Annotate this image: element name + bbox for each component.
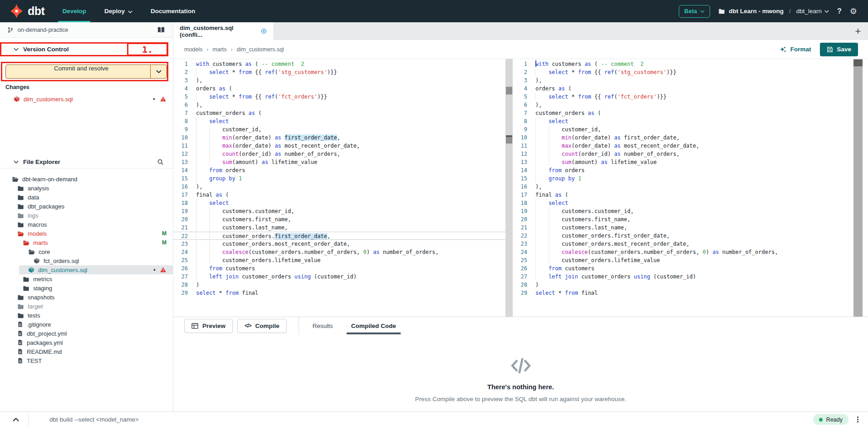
tree-item-snapshots[interactable]: snapshots [0,293,173,302]
code-line[interactable]: 28) [513,281,853,289]
code-line[interactable]: 11max(order_date) as most_recent_order_d… [513,142,853,150]
tree-item-data[interactable]: data [0,193,173,202]
commit-and-resolve-button[interactable]: Commit and resolve [5,65,167,79]
code-line[interactable]: 19customers.customer_id, [173,207,505,215]
new-tab-button[interactable]: + [848,22,868,40]
code-line[interactable]: 15group by 1 [173,174,505,183]
code-line[interactable]: 8select [513,117,853,125]
tree-item-dim-customers-sql[interactable]: dim_customers.sql• [19,265,173,274]
code-line[interactable]: 25customer_orders.lifetime_value [173,256,505,264]
code-line[interactable]: 6), [173,101,505,109]
code-line[interactable]: 26from customers [173,264,505,273]
code-line[interactable]: 3), [513,76,853,84]
project-dropdown[interactable]: dbt_learn [796,8,829,15]
code-line[interactable]: 6), [513,101,853,109]
preview-button[interactable]: Preview [184,319,233,333]
code-line[interactable]: 26from customers [513,264,853,273]
tree-item-packages-yml[interactable]: packages.yml [0,338,173,347]
nav-item-documentation[interactable]: Documentation [145,0,201,22]
scrollbar-thumb[interactable] [853,60,863,66]
code-line[interactable]: 11max(order_date) as most_recent_order_d… [173,142,505,150]
code-line[interactable]: 2select * from {{ ref('stg_customers')}} [513,68,853,76]
scrollbar-thumb[interactable] [506,135,512,144]
code-line[interactable]: 20customers.first_name, [513,215,853,223]
code-line[interactable]: 13sum(amount) as lifetime_value [173,158,505,166]
code-line[interactable]: 27left join customer_orders using (custo… [513,273,853,281]
tree-item-core[interactable]: core [0,247,173,256]
tree-item-fct-orders-sql[interactable]: fct_orders.sql [0,256,173,265]
code-line[interactable]: 16), [173,183,505,191]
right-pane-scrollbar[interactable] [853,59,863,317]
dbt-logo[interactable]: dbt [0,0,56,22]
version-control-header[interactable]: Version Control [0,42,173,56]
breadcrumb-item[interactable]: models [184,46,202,53]
tree-item-logs[interactable]: logs [0,211,173,220]
code-line[interactable]: 13sum(amount) as lifetime_value [513,158,853,166]
code-line[interactable]: 17final as ( [173,191,505,199]
editor-pane-right[interactable]: 1with customers as ( -- comment 22select… [513,59,853,317]
code-line[interactable]: 21customers.last_name, [513,223,853,232]
tree-item-test[interactable]: TEST [0,356,173,365]
nav-item-deploy[interactable]: Deploy [98,0,138,22]
tree-item-target[interactable]: target [0,302,173,311]
kebab-menu-icon[interactable] [856,415,860,424]
code-line[interactable]: 17final as ( [513,191,853,199]
command-input[interactable]: dbt build --select <model_name> [49,416,139,423]
tree-item-metrics[interactable]: metrics [0,274,173,283]
code-line[interactable]: 10min(order_date) as first_order_date, [513,134,853,142]
code-line[interactable]: 7customer_orders as ( [173,109,505,117]
scrollbar-thumb[interactable] [506,87,512,94]
nav-item-develop[interactable]: Develop [56,0,92,22]
code-line[interactable]: 21customers.last_name, [173,223,505,232]
changed-file-row[interactable]: dim_customers.sql• [0,94,173,104]
code-line[interactable]: 23customer_orders.most_recent_order_date… [513,240,853,248]
code-line[interactable]: 5select * from {{ ref('fct_orders')}} [173,93,505,101]
format-button[interactable]: Format [780,46,811,53]
code-line[interactable]: 29select * from final [173,289,505,297]
code-line[interactable]: 14from orders [513,166,853,174]
code-line[interactable]: 27left join customer_orders using (custo… [173,273,505,281]
code-line[interactable]: 25customer_orders.lifetime_value [513,256,853,264]
code-line[interactable]: 1with customers as ( -- comment 2 [173,60,505,68]
code-line[interactable]: 1with customers as ( -- comment 2 [513,60,853,68]
code-line[interactable]: 29select * from final [513,289,853,297]
code-line[interactable]: 9customer_id, [173,125,505,134]
code-line[interactable]: 4orders as ( [513,84,853,93]
tab-results[interactable]: Results [311,317,335,334]
code-line[interactable]: 3), [173,76,505,84]
tab-compiled-code[interactable]: Compiled Code [349,317,398,334]
code-line[interactable]: 9customer_id, [513,125,853,134]
code-line[interactable]: 24coalesce(customer_orders.number_of_ord… [513,248,853,256]
search-icon[interactable] [157,159,164,165]
branch-row[interactable]: on-demand-practice [0,22,173,38]
code-line[interactable]: 22customer_orders.first_order_date, [513,232,853,240]
gear-icon[interactable]: ⚙ [850,6,857,16]
code-line[interactable]: 23customer_orders.most_recent_order_date… [173,240,505,248]
tree-item-tests[interactable]: tests [0,311,173,320]
code-line[interactable]: 24coalesce(customer_orders.number_of_ord… [173,248,505,256]
code-line[interactable]: 15group by 1 [513,174,853,183]
code-line[interactable]: 20customers.first_name, [173,215,505,223]
tree-item-marts[interactable]: martsM [0,238,173,247]
code-line[interactable]: 16), [513,183,853,191]
tree-item-readme-md[interactable]: README.md [0,347,173,356]
breadcrumb-item[interactable]: dim_customers.sql [237,46,284,53]
code-line[interactable]: 12count(order_id) as number_of_orders, [173,150,505,158]
chevron-up-icon[interactable] [0,418,28,422]
breadcrumb-item[interactable]: marts [212,46,226,53]
compile-button[interactable]: </> Compile [237,319,287,333]
left-pane-scrollbar[interactable] [505,59,513,317]
code-line[interactable]: 14from orders [173,166,505,174]
code-line[interactable]: 2select * from {{ ref('stg_customers')}} [173,68,505,76]
commit-dropdown-toggle[interactable] [150,65,167,78]
tree-item-models[interactable]: modelsM [0,229,173,238]
code-line[interactable]: 5select * from {{ ref('fct_orders')}} [513,93,853,101]
tree-item--gitignore[interactable]: .gitignore [0,320,173,329]
save-button[interactable]: Save [820,43,858,56]
code-line[interactable]: 19customers.customer_id, [513,207,853,215]
tree-item-dbt-learn-on-demand[interactable]: dbt-learn-on-demand [0,174,173,184]
commit-button-label[interactable]: Commit and resolve [6,65,150,78]
code-line[interactable]: 4orders as ( [173,84,505,93]
tree-item-staging[interactable]: staging [0,283,173,293]
code-line[interactable]: 18select [513,199,853,207]
